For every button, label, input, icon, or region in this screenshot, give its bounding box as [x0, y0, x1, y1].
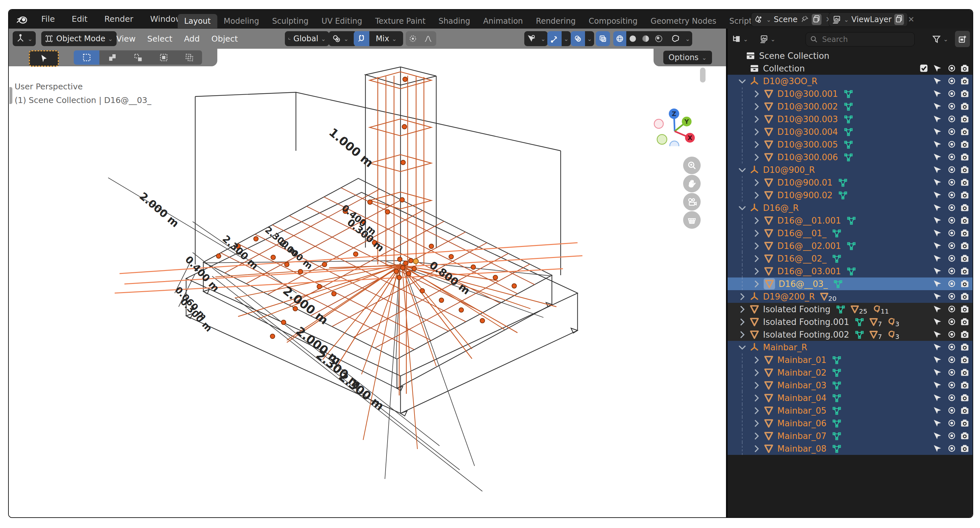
rebar-point[interactable] [406, 271, 411, 276]
chevron-down-icon[interactable]: ⌄ [585, 31, 594, 46]
outliner-item-name[interactable]: Isolated Footing.002 [763, 330, 849, 340]
hide-render-icon[interactable] [960, 443, 970, 453]
selectable-icon[interactable] [932, 228, 942, 238]
hide-viewport-icon[interactable] [947, 241, 957, 250]
outliner-item-name[interactable]: Mainbar_01 [777, 355, 826, 365]
rebar-point[interactable] [402, 124, 407, 129]
selectable-icon[interactable] [932, 418, 942, 428]
hide-render-icon[interactable] [960, 101, 970, 111]
selectable-icon[interactable] [932, 114, 942, 124]
scene-selector[interactable]: ⌄ Scene ✕ [751, 12, 831, 27]
hide-render-icon[interactable] [960, 279, 970, 289]
tab-texture-paint[interactable]: Texture Paint [369, 14, 432, 28]
scene-name[interactable]: Scene [774, 15, 797, 24]
outliner-row[interactable]: D10@300.001 [728, 88, 973, 100]
outliner-row[interactable]: Isolated Footing.00173 [728, 316, 973, 328]
chevron-right-icon[interactable] [752, 393, 761, 403]
outliner-row[interactable]: Scene Collection [728, 49, 973, 62]
active-tool-button[interactable] [29, 50, 59, 67]
chevron-right-icon[interactable] [752, 228, 761, 238]
hide-render-icon[interactable] [960, 165, 970, 174]
hide-viewport-icon[interactable] [947, 367, 957, 377]
rebar-point[interactable] [459, 308, 463, 312]
selectable-icon[interactable] [932, 63, 942, 73]
outliner-item-name[interactable]: D10@3OO_R [763, 77, 818, 86]
rebar-point[interactable] [409, 258, 413, 263]
hide-render-icon[interactable] [960, 89, 970, 99]
select-mode-invert[interactable] [151, 50, 177, 65]
filter-button[interactable]: ⌄ [932, 32, 948, 46]
zoom-button[interactable] [683, 156, 701, 174]
chevron-right-icon[interactable] [752, 114, 761, 124]
outliner-row[interactable]: D19@200_R20 [728, 290, 973, 303]
chevron-right-icon[interactable] [752, 254, 761, 263]
hide-render-icon[interactable] [960, 317, 970, 327]
outliner-row[interactable]: Mainbar_01 [728, 354, 973, 366]
snap-with-dropdown[interactable]: Mix ⌄ [369, 31, 403, 46]
axis-neg-y-ball[interactable] [657, 134, 667, 144]
hide-render-icon[interactable] [960, 177, 970, 187]
chevron-right-icon[interactable] [752, 380, 761, 390]
hide-render-icon[interactable] [960, 431, 970, 440]
hide-viewport-icon[interactable] [947, 418, 957, 428]
viewport-3d[interactable]: 1.000 m2.000 m2.300 m2.300 m2.000 m0.400… [9, 49, 726, 517]
tab-sculpting[interactable]: Sculpting [266, 14, 315, 28]
new-scene-icon[interactable] [812, 14, 821, 25]
hide-render-icon[interactable] [960, 127, 970, 136]
outliner-item-name[interactable]: Scene Collection [759, 51, 829, 61]
rebar-point[interactable] [332, 292, 336, 296]
selectable-icon[interactable] [932, 203, 942, 212]
outliner-row[interactable]: D10@900_R [728, 163, 973, 176]
outliner-item-name[interactable]: Mainbar_05 [777, 406, 826, 416]
selectable-icon[interactable] [932, 329, 942, 339]
selectable-icon[interactable] [932, 127, 942, 136]
editor-type-button[interactable]: ⌄ [13, 31, 36, 46]
rebar-point[interactable] [281, 320, 286, 325]
selectable-icon[interactable] [932, 76, 942, 86]
proportional-edit-toggle[interactable] [406, 31, 420, 46]
outliner-item-name[interactable]: D16@__01.001 [777, 216, 841, 225]
chevron-right-icon[interactable] [737, 330, 747, 340]
hide-viewport-icon[interactable] [947, 165, 957, 174]
outliner-row[interactable]: D16@__01.001 [728, 214, 973, 227]
hide-viewport-icon[interactable] [947, 63, 957, 73]
exclude-checkbox[interactable] [919, 63, 929, 73]
rebar-point[interactable] [403, 261, 408, 265]
outliner-row[interactable]: D10@300.006 [728, 151, 973, 163]
chevron-right-icon[interactable] [752, 355, 761, 365]
proportional-falloff-dropdown[interactable] [420, 31, 436, 46]
object-visibility-icon[interactable] [524, 31, 539, 46]
rebar-point[interactable] [298, 270, 303, 274]
chevron-down-icon[interactable] [737, 343, 747, 352]
pivot-point-dropdown[interactable]: ⌄ [329, 31, 357, 46]
solid-shading-toggle[interactable] [626, 31, 639, 46]
outliner-row[interactable]: D10@3OO_R [728, 75, 973, 88]
rebar-point[interactable] [216, 254, 221, 258]
viewport-menu-object[interactable]: Object [212, 34, 238, 43]
rebar-point[interactable] [512, 284, 517, 288]
outliner-item-name[interactable]: Mainbar_04 [777, 393, 826, 403]
camera-view-button[interactable] [683, 193, 701, 211]
chevron-down-icon[interactable] [737, 203, 747, 213]
selectable-icon[interactable] [932, 292, 942, 301]
tab-animation[interactable]: Animation [477, 14, 529, 28]
rebar-point[interactable] [403, 77, 407, 81]
menu-edit[interactable]: Edit [65, 10, 94, 29]
hide-viewport-icon[interactable] [947, 254, 957, 263]
outliner-row[interactable]: Mainbar_02 [728, 366, 973, 379]
chevron-right-icon[interactable] [737, 317, 747, 327]
chevron-right-icon[interactable] [752, 216, 761, 225]
tab-uv-editing[interactable]: UV Editing [315, 14, 369, 28]
blender-logo-icon[interactable] [16, 13, 28, 26]
hide-render-icon[interactable] [960, 355, 970, 365]
hide-viewport-icon[interactable] [947, 177, 957, 187]
hide-viewport-icon[interactable] [947, 292, 957, 301]
selectable-icon[interactable] [932, 405, 942, 415]
outliner-item-name[interactable]: D10@900.02 [777, 190, 832, 200]
outliner-item-name[interactable]: D16@__02_ [777, 254, 826, 263]
hide-viewport-icon[interactable] [947, 203, 957, 212]
chevron-right-icon[interactable] [752, 190, 761, 200]
outliner-item-name[interactable]: Mainbar_03 [777, 380, 826, 390]
hide-viewport-icon[interactable] [947, 127, 957, 136]
selectable-icon[interactable] [932, 215, 942, 225]
